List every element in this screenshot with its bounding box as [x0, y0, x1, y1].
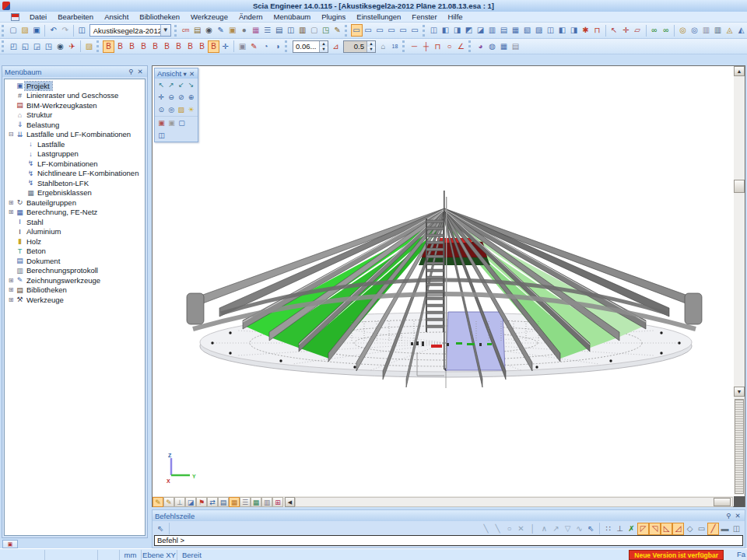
spinner-buttons[interactable]: ▲▼	[366, 41, 375, 52]
image-icon[interactable]: ▦	[250, 24, 261, 37]
tree-item-werkzeuge[interactable]: ⊞⚒Werkzeuge	[5, 295, 145, 305]
roof-icon[interactable]: ⌂	[377, 40, 389, 53]
toolbar-grip[interactable]	[2, 40, 5, 52]
pin-icon[interactable]: ⚲	[724, 512, 733, 520]
toolbar-grip[interactable]	[402, 40, 406, 52]
tree-item-bim-werkzeugkasten[interactable]: ▤BIM-Werkzeugkasten	[5, 100, 145, 110]
menu-datei[interactable]: Datei	[24, 12, 52, 22]
menu-werkzeuge[interactable]: Werkzeuge	[185, 12, 233, 22]
tree-item-belastung[interactable]: ⇓Belastung	[5, 120, 145, 130]
view-axo-2-icon[interactable]: ↗	[167, 79, 177, 90]
tree-item-aluminium[interactable]: IAluminium	[5, 227, 145, 237]
catalog-icon[interactable]: ▤	[191, 24, 203, 37]
tree-item-holz[interactable]: ▮Holz	[5, 236, 145, 247]
vertical-tool-icon[interactable]: │	[527, 523, 538, 535]
scroll-ridge-strip[interactable]	[735, 399, 744, 494]
scroll-up-button[interactable]: ▲	[734, 66, 745, 76]
tree-item-nichtlineare-lf-kombinationen[interactable]: ↯Nichtlineare LF-Kombinationen	[5, 169, 145, 179]
select-cursor-icon[interactable]: ↖	[608, 24, 620, 37]
menu-bearbeiten[interactable]: Bearbeiten	[52, 12, 99, 22]
tree-item-bauteilgruppen[interactable]: ⊞↻Bauteilgruppen	[5, 198, 145, 208]
rows-toggle-icon[interactable]: ☰	[240, 497, 251, 507]
tree-item-zeichnungswerkzeuge[interactable]: ⊞✎Zeichnungswerkzeuge	[5, 275, 145, 285]
toolbar-grip[interactable]	[96, 40, 100, 52]
tree-item-bibliotheken[interactable]: ⊞▤Bibliotheken	[5, 285, 145, 296]
hatch-icon[interactable]: ⊿	[330, 40, 342, 53]
angle-icon[interactable]: ∠	[455, 40, 467, 53]
close-icon[interactable]: ✕	[135, 68, 145, 75]
menu-menubaum[interactable]: Menübaum	[268, 12, 317, 22]
dim-18-icon[interactable]: 18	[389, 40, 401, 53]
tree-item-lastgruppen[interactable]: ↓Lastgruppen	[5, 149, 145, 159]
beam-toggle-4-icon[interactable]: ◩	[463, 24, 475, 37]
axis-toggle-icon[interactable]: ⊥	[174, 497, 185, 507]
toolbar-grip[interactable]	[174, 25, 177, 37]
activity-9-icon[interactable]: B	[196, 40, 208, 53]
cascade-3-icon[interactable]: ◲	[31, 40, 43, 53]
open-icon[interactable]: ▨	[19, 24, 30, 37]
menu-fenster[interactable]: Fenster	[406, 12, 442, 22]
snap-edge-icon[interactable]: ▭	[696, 523, 707, 535]
snap-off-icon[interactable]: ✗	[626, 523, 637, 535]
camera-gray-icon[interactable]: ▣	[167, 117, 177, 128]
export-icon[interactable]: ◳	[320, 24, 331, 37]
rows-icon[interactable]: ☰	[261, 24, 273, 37]
beam-toggle-7-icon[interactable]: ▤	[498, 24, 510, 37]
grid-cross-icon[interactable]: ┼	[420, 40, 432, 53]
tree-item-lf-kombinationen[interactable]: ↯LF-Kombinationen	[5, 159, 145, 169]
snap-surface-icon[interactable]: ▬	[719, 523, 731, 535]
chart-toggle-icon[interactable]: ◪	[185, 497, 196, 507]
beam-toggle-11-icon[interactable]: ◫	[545, 24, 556, 37]
v-scroll-thumb[interactable]	[734, 180, 745, 193]
undo-icon[interactable]: ↶	[47, 24, 59, 37]
view-axo-3-icon[interactable]: ↙	[177, 79, 187, 90]
update-badge[interactable]: Neue Version ist verfügbar	[629, 550, 724, 560]
triangle-side-icon[interactable]: ◭	[735, 24, 747, 37]
expander-plus-icon[interactable]: ⊞	[7, 286, 15, 293]
redo-icon[interactable]: ↷	[59, 24, 71, 37]
flag-toggle-icon[interactable]: ⚑	[196, 497, 207, 507]
spinner-up-icon[interactable]: ▲	[367, 41, 375, 47]
toolbar-grip[interactable]	[285, 40, 289, 52]
toolbar-grip[interactable]	[2, 25, 5, 37]
tree-item-stahlbeton-lfk[interactable]: ↯Stahlbeton-LFK	[5, 178, 145, 188]
bracket-open-icon[interactable]: ⊓	[432, 40, 444, 53]
h-scrollbar[interactable]	[295, 497, 733, 507]
toolbar-grip[interactable]	[423, 25, 426, 37]
beam-toggle-13-icon[interactable]: ◨	[568, 24, 580, 37]
window-split-icon[interactable]: ◫	[76, 24, 88, 37]
chevron-down-icon[interactable]: ▾	[181, 70, 188, 78]
open-project-folder-icon[interactable]: ▨	[83, 40, 95, 53]
filter-2-icon[interactable]: ◑	[272, 40, 283, 53]
zoom-selection-icon[interactable]: ◎	[167, 104, 177, 115]
snap-endpoint-icon[interactable]: ◹	[649, 523, 661, 535]
globe-icon[interactable]: ◉	[203, 24, 215, 37]
print-view-icon[interactable]: ▤	[218, 497, 229, 507]
polyline-tool-icon[interactable]: ╲	[492, 523, 503, 535]
angle-tool-icon[interactable]: ∧	[538, 523, 550, 535]
zoom-out-icon[interactable]: ⊖	[167, 92, 177, 103]
select-polygon-icon[interactable]: ▱	[632, 24, 644, 37]
crosshair-icon[interactable]: ✛	[219, 40, 231, 53]
pointer-snap-icon[interactable]: ⇖	[585, 523, 597, 535]
activity-7-icon[interactable]: B	[173, 40, 184, 53]
print-icon[interactable]: ▤	[273, 24, 285, 37]
circle-tool-icon[interactable]: ○	[503, 523, 515, 535]
view-window-2-icon[interactable]: ▭	[363, 24, 374, 37]
zoom-window-icon[interactable]: ⊘	[177, 92, 187, 103]
beam-toggle-3-icon[interactable]: ◨	[451, 24, 463, 37]
triangle-up-icon[interactable]: ◬	[724, 24, 735, 37]
beam-toggle-8-icon[interactable]: ▦	[510, 24, 521, 37]
binocular-2-icon[interactable]: ◎	[689, 24, 700, 37]
activity-6-icon[interactable]: B	[161, 40, 173, 53]
axis-view-icon[interactable]: ✛	[156, 92, 167, 103]
h-scroll-thumb[interactable]	[714, 498, 731, 506]
abc-arrows-icon[interactable]: ⇄	[207, 497, 218, 507]
book-icon[interactable]: ▥	[296, 24, 308, 37]
view-axo-4-icon[interactable]: ↘	[186, 79, 196, 90]
close-icon[interactable]: ✕	[733, 512, 742, 520]
toolbar-grip[interactable]	[468, 40, 472, 52]
scale-spinner[interactable]: 0.06... ▲▼	[293, 40, 328, 53]
beam-toggle-12-icon[interactable]: ◧	[556, 24, 568, 37]
line-icon[interactable]: ─	[409, 40, 420, 53]
